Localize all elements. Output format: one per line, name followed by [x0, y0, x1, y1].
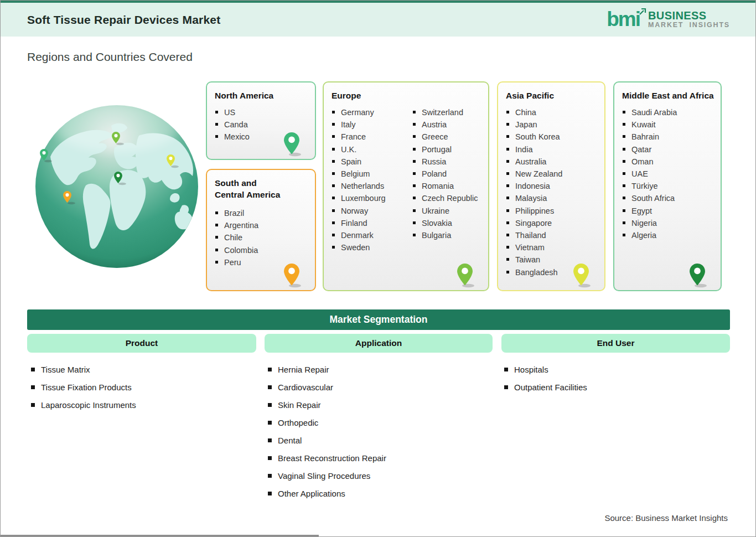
country-item: Belgium	[332, 168, 412, 180]
segmentation-header-application: Application	[265, 334, 493, 353]
europe-columns: GermanyItalyFranceU.K.SpainBelgiumNether…	[332, 106, 480, 254]
country-item: Czech Republic	[412, 192, 478, 204]
country-item: Portugal	[412, 143, 478, 156]
country-item: Poland	[412, 168, 478, 180]
country-item: Sweden	[332, 241, 412, 254]
country-item: Denmark	[332, 229, 412, 241]
bottom-edge-line	[1, 535, 319, 536]
country-item: U.K.	[332, 143, 412, 156]
country-item: Switzerland	[412, 106, 478, 118]
country-list-col1: GermanyItalyFranceU.K.SpainBelgiumNether…	[332, 106, 412, 254]
segment-item: Dental	[268, 431, 386, 449]
segment-item: Skin Repair	[268, 396, 386, 414]
country-item: Saudi Arabia	[622, 106, 713, 118]
location-pin-icon	[687, 263, 710, 288]
logo-text: BUSINESS MARKET INSIGHTS	[648, 9, 730, 29]
region-title: South and Central America	[215, 177, 307, 200]
country-list: Saudi ArabiaKuwaitBahrainQatarOmanUAETür…	[622, 106, 713, 241]
segmentation-header-product: Product	[27, 334, 256, 353]
region-card-middle-east-africa: Middle East and Africa Saudi ArabiaKuwai…	[613, 81, 722, 291]
country-item: UAE	[622, 168, 713, 180]
country-list-col2: SwitzerlandAustriaGreecePortugalRussiaPo…	[412, 106, 478, 254]
globe-illustration	[34, 104, 200, 270]
country-item: India	[506, 143, 597, 156]
country-item: Luxembourg	[332, 192, 412, 204]
country-item: Norway	[332, 205, 412, 217]
country-item: Singapore	[506, 217, 597, 229]
country-item: Egypt	[622, 205, 713, 217]
country-item: Spain	[332, 156, 412, 168]
country-item: Kuwait	[622, 118, 713, 131]
logo-mark: bmi	[607, 7, 643, 32]
country-list: ChinaJapanSouth KoreaIndiaAustraliaNew Z…	[506, 106, 597, 278]
country-item: Indonesia	[506, 180, 597, 192]
logo-business: BUSINESS	[648, 9, 730, 22]
logo-arrow-icon	[639, 8, 646, 18]
country-item: China	[506, 106, 597, 118]
country-item: Vietnam	[506, 241, 597, 254]
infographic-page: Soft Tissue Repair Devices Market bmi BU…	[0, 0, 756, 537]
region-card-north-america: North America USCandaMexico	[206, 81, 316, 160]
country-item: Bulgaria	[412, 229, 478, 241]
location-pin-icon	[571, 263, 593, 288]
segment-item: Orthopedic	[268, 414, 386, 431]
country-item: Malaysia	[506, 192, 597, 204]
country-item: Colombia	[215, 244, 307, 256]
country-item: Slovakia	[412, 217, 478, 229]
country-item: US	[215, 106, 307, 118]
country-list: BrazilArgentinaChileColombiaPeru	[215, 207, 307, 268]
segmentation-header-end-user: End User	[501, 334, 730, 353]
region-card-asia-pacific: Asia Pacific ChinaJapanSouth KoreaIndiaA…	[497, 81, 605, 291]
country-item: Russia	[412, 156, 478, 168]
header-bar: Soft Tissue Repair Devices Market bmi BU…	[1, 1, 755, 37]
country-item: Ukraine	[412, 205, 478, 217]
country-item: South Korea	[506, 131, 597, 143]
country-item: Germany	[332, 106, 412, 118]
section-title-regions: Regions and Countries Covered	[27, 50, 193, 64]
segment-item: Cardiovascular	[268, 378, 386, 396]
segment-item: Hernia Repair	[268, 360, 386, 378]
region-title: Asia Pacific	[506, 90, 597, 101]
bmi-logo: bmi BUSINESS MARKET INSIGHTS	[607, 7, 730, 32]
country-item: Japan	[506, 118, 597, 131]
region-card-south-central-america: South and Central America BrazilArgentin…	[206, 169, 316, 291]
country-item: Romania	[412, 180, 478, 192]
country-item: South Africa	[622, 192, 713, 204]
page-title: Soft Tissue Repair Devices Market	[27, 13, 220, 27]
segment-item: Outpatient Facilities	[504, 378, 587, 396]
country-item: Australia	[506, 156, 597, 168]
country-item: Philippines	[506, 205, 597, 217]
region-card-europe: Europe GermanyItalyFranceU.K.SpainBelgiu…	[323, 81, 489, 291]
location-pin-icon	[455, 263, 477, 288]
end-user-list: HospitalsOutpatient Facilities	[504, 360, 587, 396]
country-item: Oman	[622, 156, 713, 168]
country-item: Thailand	[506, 229, 597, 241]
location-pin-icon	[282, 263, 304, 288]
country-item: Chile	[215, 231, 307, 244]
segment-item: Laparoscopic Instruments	[31, 396, 136, 414]
country-item: New Zealand	[506, 168, 597, 180]
logo-market-insights: MARKET INSIGHTS	[648, 22, 730, 29]
product-list: Tissue MatrixTissue Fixation ProductsLap…	[31, 360, 136, 414]
country-item: Bahrain	[622, 131, 713, 143]
country-item: France	[332, 131, 412, 143]
country-item: Netherlands	[332, 180, 412, 192]
region-title: Europe	[332, 90, 480, 101]
country-item: Greece	[412, 131, 478, 143]
country-item: Algeria	[622, 229, 713, 241]
country-item: Brazil	[215, 207, 307, 219]
location-pin-icon	[282, 132, 304, 157]
segment-item: Tissue Matrix	[31, 360, 136, 378]
country-item: Qatar	[622, 143, 713, 156]
segmentation-title-bar: Market Segmentation	[27, 309, 730, 330]
globe-icon	[34, 104, 200, 270]
region-title: Middle East and Africa	[622, 90, 713, 101]
country-item: Türkiye	[622, 180, 713, 192]
segment-item: Other Applications	[268, 484, 386, 502]
country-item: Finland	[332, 217, 412, 229]
region-title: North America	[215, 90, 307, 101]
segment-item: Tissue Fixation Products	[31, 378, 136, 396]
country-item: Italy	[332, 118, 412, 131]
segment-item: Hospitals	[504, 360, 587, 378]
country-item: Nigeria	[622, 217, 713, 229]
